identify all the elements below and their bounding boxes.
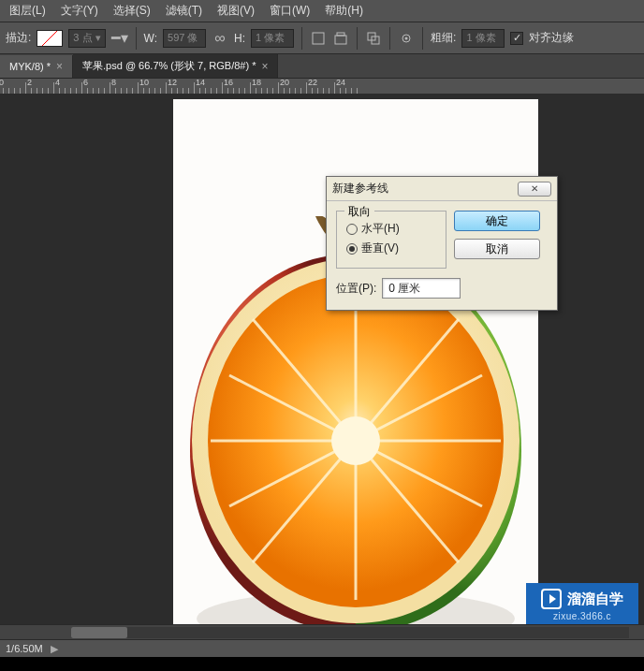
dialog-close-button[interactable]: ✕ bbox=[518, 182, 551, 197]
close-icon[interactable]: × bbox=[56, 60, 63, 73]
close-icon[interactable]: × bbox=[261, 60, 268, 73]
separator bbox=[357, 27, 358, 50]
svg-point-6 bbox=[405, 36, 408, 39]
align-edges-checkbox[interactable]: ✓ bbox=[510, 32, 523, 45]
status-bar: 1/6.50M ▶ bbox=[0, 639, 644, 657]
status-docinfo: 1/6.50M bbox=[6, 643, 43, 654]
play-icon bbox=[541, 589, 562, 609]
ruler-horizontal: 024681012141618202224 bbox=[0, 79, 644, 94]
align-edges-label: 对齐边缘 bbox=[529, 30, 574, 46]
menu-filter[interactable]: 滤镜(T) bbox=[160, 1, 208, 21]
stroke-style-icon[interactable]: ━▾ bbox=[111, 30, 128, 47]
workspace: 新建参考线 ✕ 取向 水平(H) 垂直(V) 确定 取消 位置(P): bbox=[0, 94, 644, 657]
separator bbox=[301, 27, 302, 50]
scrollbar-thumb[interactable] bbox=[71, 627, 127, 638]
orientation-fieldset: 取向 水平(H) 垂直(V) bbox=[336, 211, 446, 269]
dialog-titlebar[interactable]: 新建参考线 ✕ bbox=[327, 177, 557, 201]
tab-apple[interactable]: 苹果.psd @ 66.7% (形状 7, RGB/8#) *× bbox=[73, 54, 278, 78]
path-ops-icon[interactable] bbox=[365, 30, 382, 47]
gear-icon[interactable] bbox=[398, 30, 415, 47]
thickness-input[interactable]: 1 像素 bbox=[461, 29, 505, 48]
position-input[interactable]: 0 厘米 bbox=[382, 278, 461, 299]
menu-window[interactable]: 窗口(W) bbox=[264, 1, 315, 21]
menu-select[interactable]: 选择(S) bbox=[108, 1, 156, 21]
radio-vertical[interactable]: 垂直(V) bbox=[346, 241, 436, 256]
watermark: 溜溜自学 zixue.3d66.c bbox=[526, 583, 638, 627]
menu-view[interactable]: 视图(V) bbox=[212, 1, 260, 21]
svg-point-16 bbox=[331, 416, 380, 465]
thickness-label: 粗细: bbox=[431, 30, 456, 46]
cancel-button[interactable]: 取消 bbox=[454, 239, 540, 259]
ok-button[interactable]: 确定 bbox=[454, 211, 540, 231]
link-icon[interactable]: ∞ bbox=[212, 30, 228, 47]
position-label: 位置(P): bbox=[336, 281, 376, 297]
tab-cmyk[interactable]: MYK/8) *× bbox=[0, 55, 73, 78]
orientation-legend: 取向 bbox=[344, 204, 374, 220]
stroke-swatch[interactable] bbox=[37, 30, 63, 47]
separator bbox=[422, 27, 423, 50]
path-align-icon[interactable] bbox=[310, 30, 327, 47]
svg-rect-2 bbox=[337, 33, 344, 36]
height-input[interactable]: 1 像素 bbox=[251, 29, 294, 48]
radio-icon bbox=[346, 243, 358, 255]
document-tabs: MYK/8) *× 苹果.psd @ 66.7% (形状 7, RGB/8#) … bbox=[0, 54, 644, 79]
svg-rect-1 bbox=[335, 36, 346, 44]
radio-horizontal[interactable]: 水平(H) bbox=[346, 221, 436, 237]
stroke-points[interactable]: 3 点 ▾ bbox=[68, 29, 105, 48]
width-input[interactable]: 597 像 bbox=[163, 29, 206, 48]
svg-rect-0 bbox=[313, 33, 324, 44]
stroke-label: 描边: bbox=[6, 30, 31, 46]
dialog-title: 新建参考线 bbox=[332, 181, 388, 197]
path-arrange-icon[interactable] bbox=[332, 30, 349, 47]
horizontal-scrollbar[interactable] bbox=[0, 624, 644, 639]
menu-bar: 图层(L) 文字(Y) 选择(S) 滤镜(T) 视图(V) 窗口(W) 帮助(H… bbox=[0, 0, 644, 22]
separator bbox=[389, 27, 390, 50]
h-label: H: bbox=[234, 32, 245, 45]
menu-text[interactable]: 文字(Y) bbox=[55, 1, 104, 21]
menu-help[interactable]: 帮助(H) bbox=[319, 1, 369, 21]
menu-layer[interactable]: 图层(L) bbox=[4, 1, 51, 21]
new-guide-dialog: 新建参考线 ✕ 取向 水平(H) 垂直(V) 确定 取消 位置(P): bbox=[326, 176, 558, 311]
radio-icon bbox=[346, 224, 358, 235]
options-bar: 描边: 3 点 ▾ ━▾ W: 597 像 ∞ H: 1 像素 粗细: 1 像素… bbox=[0, 22, 644, 54]
status-arrow-icon[interactable]: ▶ bbox=[51, 643, 58, 655]
w-label: W: bbox=[144, 32, 157, 45]
separator bbox=[136, 27, 137, 50]
